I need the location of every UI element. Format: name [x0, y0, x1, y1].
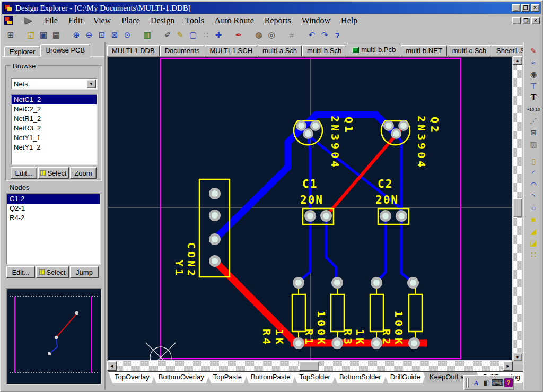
- browse-mode-dropdown[interactable]: Nets ▼: [11, 78, 98, 90]
- menu-view[interactable]: View: [88, 15, 117, 27]
- menu-reports[interactable]: Reports: [259, 15, 296, 27]
- list-item-node[interactable]: R4-2: [7, 213, 100, 223]
- vertical-scroll-thumb[interactable]: [513, 198, 522, 217]
- scroll-right-icon[interactable]: ►: [503, 361, 513, 371]
- wiring-tool-icon[interactable]: ✐: [161, 29, 174, 41]
- menu-window[interactable]: Window: [296, 15, 336, 27]
- view-3d-icon[interactable]: ◍: [252, 29, 265, 41]
- place-track-icon[interactable]: ✎: [527, 46, 540, 56]
- layer-tab-bottomsolder[interactable]: BottomSolder: [333, 371, 388, 383]
- menu-auto-route[interactable]: Auto Route: [209, 15, 259, 27]
- scroll-down-icon[interactable]: ▼: [513, 353, 522, 361]
- edge-arc-icon[interactable]: ◜: [527, 168, 540, 178]
- node-edit-button[interactable]: Edit...: [6, 266, 35, 278]
- select-area-icon[interactable]: ▢: [187, 29, 199, 41]
- tab-browse-pcb[interactable]: Browse PCB: [40, 44, 90, 57]
- layer-tab-bottompaste[interactable]: BottomPaste: [244, 371, 296, 383]
- zoom-point-icon[interactable]: ⊙: [121, 29, 134, 41]
- net-select-button[interactable]: Select: [38, 167, 69, 179]
- keyboard-tool-icon[interactable]: ⌨: [492, 377, 503, 388]
- mdi-minimize-button[interactable]: _: [512, 17, 521, 24]
- doc-tab-multi-b-pcb[interactable]: multi-b.Pcb: [347, 43, 400, 56]
- node-select-button[interactable]: Select: [36, 266, 69, 278]
- place-via-icon[interactable]: ⊤: [527, 81, 540, 91]
- horizontal-scroll-thumb[interactable]: [299, 361, 319, 371]
- doc-tab-multi-b-sch[interactable]: multi-b.Sch: [302, 45, 346, 56]
- list-item-net[interactable]: NetR1_2: [12, 114, 97, 124]
- doc-tab-multi-1-ddb[interactable]: MULTI-1.DDB: [107, 45, 160, 56]
- zoom-in-icon[interactable]: ⊕: [70, 29, 83, 41]
- open-document-icon[interactable]: ◱: [24, 29, 37, 41]
- toolbar-grip-handle[interactable]: [466, 378, 469, 388]
- place-coordinate-icon[interactable]: +10,10: [527, 104, 540, 115]
- layer-tab-toppaste[interactable]: TopPaste: [207, 371, 248, 383]
- zoom-out-icon[interactable]: ⊖: [83, 29, 95, 41]
- move-icon[interactable]: ✚: [212, 29, 225, 41]
- list-item-net[interactable]: NetC1_2: [12, 95, 97, 104]
- panel-tool-icon[interactable]: ◧: [481, 377, 492, 388]
- list-item-net[interactable]: NetY1_2: [12, 143, 97, 152]
- zoom-window-icon[interactable]: ⊡: [95, 29, 108, 41]
- board-wizard-icon[interactable]: ▥: [141, 29, 154, 41]
- list-item-net[interactable]: NetR3_2: [12, 124, 97, 133]
- node-list[interactable]: C1-2 Q2-1 R4-2: [6, 193, 101, 265]
- menu-edit[interactable]: Edit: [63, 15, 88, 27]
- undo-icon[interactable]: ↶: [305, 29, 318, 41]
- pcb-canvas[interactable]: 2N3904 Q1 2N3904 Q2 C1 20N C2 20N Y1 CON…: [107, 56, 513, 361]
- place-component-icon[interactable]: ▯: [527, 156, 540, 167]
- close-button[interactable]: ×: [531, 4, 539, 12]
- menu-help[interactable]: Help: [336, 15, 363, 27]
- menu-file[interactable]: File: [39, 15, 63, 27]
- drawing-tool-icon[interactable]: ✎: [174, 29, 187, 41]
- place-fill-region-icon[interactable]: ⊠: [527, 127, 540, 138]
- view-3d-zoom-icon[interactable]: ◎: [265, 29, 278, 41]
- net-edit-button[interactable]: Edit...: [11, 167, 37, 179]
- doc-tab-documents[interactable]: Documents: [160, 45, 205, 56]
- design-explorer-arrow-icon[interactable]: [24, 17, 32, 24]
- layer-tab-topsolder[interactable]: TopSolder: [293, 371, 337, 383]
- layer-tab-topoverlay[interactable]: TopOverlay: [108, 371, 156, 383]
- scroll-up-icon[interactable]: ▲: [513, 56, 522, 65]
- doc-tab-multi-1-sch[interactable]: MULTI-1.SCH: [205, 45, 257, 56]
- place-polygon-icon[interactable]: ◢: [527, 226, 540, 237]
- place-string-icon[interactable]: T: [527, 92, 540, 103]
- scroll-left-icon[interactable]: ◄: [107, 361, 117, 371]
- help-book-icon[interactable]: ?: [504, 378, 513, 387]
- list-item-node[interactable]: C1-2: [7, 194, 100, 204]
- split-plane-icon[interactable]: ◪: [527, 238, 540, 248]
- place-pad-icon[interactable]: ◉: [527, 69, 540, 80]
- horizontal-scrollbar[interactable]: ◄ ►: [107, 361, 513, 371]
- help-icon[interactable]: ?: [331, 29, 344, 41]
- center-arc-icon[interactable]: ◠: [527, 179, 540, 190]
- restore-button[interactable]: ❐: [521, 4, 530, 12]
- doc-tab-multi-c-sch[interactable]: multi-c.Sch: [448, 45, 491, 56]
- place-plane-icon[interactable]: ▨: [527, 139, 540, 150]
- minimize-button[interactable]: _: [512, 4, 520, 12]
- menu-tools[interactable]: Tools: [180, 15, 209, 27]
- board-preview[interactable]: [6, 288, 102, 385]
- net-list[interactable]: NetC1_2 NetC2_2 NetR1_2 NetR3_2 NetY1_1 …: [11, 94, 98, 165]
- list-item-net[interactable]: NetC2_2: [12, 104, 97, 114]
- app-icon[interactable]: [4, 4, 13, 12]
- place-fill-icon[interactable]: ■: [527, 214, 540, 225]
- font-tool-icon[interactable]: A: [471, 377, 481, 388]
- redo-icon[interactable]: ↷: [318, 29, 331, 41]
- mdi-close-button[interactable]: ×: [531, 17, 540, 24]
- list-item-net[interactable]: NetY1_1: [12, 133, 97, 143]
- mdi-restore-button[interactable]: ❐: [522, 17, 530, 24]
- doc-tab-multi-b-net[interactable]: multi-b.NET: [401, 45, 447, 56]
- deselect-icon[interactable]: ∷: [199, 29, 212, 41]
- chevron-down-icon[interactable]: ▼: [86, 80, 96, 88]
- list-item-node[interactable]: Q2-1: [7, 204, 100, 213]
- layer-tab-drillguide[interactable]: DrillGuide: [384, 371, 427, 383]
- tab-explorer[interactable]: Explorer: [4, 46, 40, 57]
- floating-mini-toolbar[interactable]: A ◧ ⌨ ?: [463, 375, 514, 390]
- explorer-tree-icon[interactable]: ⊞: [4, 29, 17, 41]
- pad-array-icon[interactable]: ∷: [527, 249, 540, 260]
- net-zoom-button[interactable]: Zoom: [70, 167, 97, 179]
- grid-icon[interactable]: #: [285, 29, 298, 41]
- doc-tab-multi-a-sch[interactable]: multi-a.Sch: [258, 45, 302, 56]
- vertical-scrollbar[interactable]: ▲ ▼: [513, 56, 522, 361]
- print-icon[interactable]: ▤: [50, 29, 63, 41]
- layer-tab-bottomoverlay[interactable]: BottomOverlay: [152, 371, 211, 383]
